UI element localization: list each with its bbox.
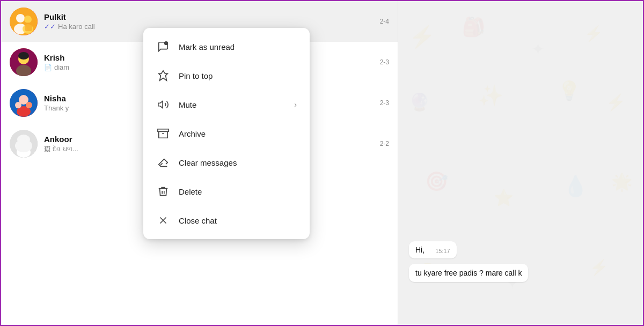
chat-name-pulkit: Pulkit (44, 12, 368, 21)
delete-label: Delete (179, 187, 297, 196)
volume-icon (156, 98, 170, 112)
svg-text:💡: 💡 (558, 79, 581, 102)
message-time-1: 15:17 (435, 248, 450, 254)
menu-item-clear-messages[interactable]: Clear messages (143, 148, 310, 177)
menu-item-delete[interactable]: Delete (143, 177, 310, 206)
menu-item-close-chat[interactable]: Close chat (143, 206, 310, 235)
double-check-icon: ✓✓ (44, 23, 56, 31)
svg-point-8 (16, 65, 31, 76)
svg-point-13 (15, 102, 21, 108)
clear-messages-label: Clear messages (179, 158, 297, 167)
avatar-ankoor (10, 130, 38, 158)
chat-meta-pulkit: 2-4 (368, 18, 389, 25)
file-icon: 📄 (44, 64, 52, 71)
close-chat-label: Close chat (179, 216, 297, 225)
avatar-krish (10, 48, 38, 76)
message-bubble-2: tu kyare free padis ? mare call k (409, 264, 528, 282)
svg-text:✦: ✦ (531, 40, 545, 58)
image-icon: 🖼 (44, 145, 50, 153)
message-bubble-1: Hi, 15:17 (409, 241, 457, 258)
pin-top-label: Pin to top (179, 71, 297, 80)
mute-label: Mute (179, 100, 286, 109)
chat-view-panel: ⚡ 🎒 ✦ ⚡ 🔮 ✨ 💡 ⚡ 🎯 ⭐ 💧 🌟 🔑 ✦ ⚡ Hi, 15:17 … (398, 1, 643, 325)
svg-rect-22 (158, 129, 169, 132)
archive-label: Archive (179, 129, 297, 138)
svg-text:💧: 💧 (563, 174, 588, 198)
svg-text:⚡: ⚡ (606, 93, 626, 112)
chat-meta-ankoor: 2-2 (368, 140, 389, 147)
svg-text:⭐: ⭐ (494, 188, 514, 208)
chat-meta-krish: 2-3 (368, 58, 389, 66)
svg-text:🌟: 🌟 (611, 172, 633, 192)
close-icon (156, 213, 170, 227)
svg-point-20 (164, 41, 168, 45)
chat-meta-nisha: 2-3 (368, 99, 389, 107)
menu-item-mark-unread[interactable]: Mark as unread (143, 32, 310, 61)
svg-text:⚡: ⚡ (584, 25, 603, 42)
svg-point-14 (26, 102, 32, 108)
pin-icon (156, 69, 170, 83)
message-text-1: Hi, (415, 246, 425, 254)
menu-item-archive[interactable]: Archive (143, 119, 310, 148)
messages-area: Hi, 15:17 tu kyare free padis ? mare cal… (409, 241, 632, 282)
svg-text:🎒: 🎒 (462, 16, 486, 38)
mark-unread-label: Mark as unread (179, 42, 297, 51)
svg-rect-5 (25, 23, 32, 31)
archive-icon (156, 127, 170, 140)
menu-item-pin-top[interactable]: Pin to top (143, 61, 310, 90)
svg-text:🎯: 🎯 (425, 170, 449, 192)
avatar-pulkit (10, 8, 38, 35)
message-text-2: tu kyare free padis ? mare call k (415, 269, 522, 277)
context-menu: Mark as unread Pin to top Mute › (143, 28, 310, 239)
svg-point-9 (18, 52, 29, 60)
menu-item-mute[interactable]: Mute › (143, 90, 310, 119)
mute-submenu-arrow: › (294, 100, 297, 109)
svg-point-19 (15, 139, 32, 152)
trash-icon (156, 184, 170, 198)
chat-list-panel: Pulkit ✓✓ Ha karo call 2-4 Krish 📄 dia (1, 1, 398, 326)
svg-text:⚡: ⚡ (409, 24, 436, 49)
svg-text:🔮: 🔮 (409, 92, 430, 112)
svg-point-3 (24, 16, 32, 23)
message-dot-icon (156, 40, 170, 54)
svg-marker-21 (158, 101, 163, 108)
eraser-icon (156, 155, 170, 169)
svg-point-1 (16, 14, 25, 23)
svg-text:✨: ✨ (478, 84, 503, 108)
avatar-nisha (10, 89, 38, 117)
